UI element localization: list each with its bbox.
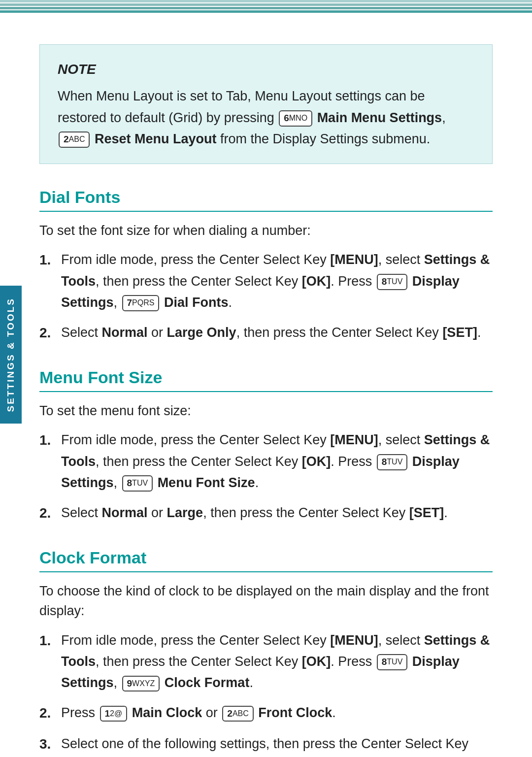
key-1-2at: 12@ bbox=[100, 706, 128, 722]
clock-format-intro: To choose the kind of clock to be displa… bbox=[39, 581, 493, 621]
top-decorative-lines bbox=[0, 0, 532, 18]
key-2abc: 2ABC bbox=[59, 132, 90, 148]
step-number: 2. bbox=[39, 502, 61, 525]
key-6mno: 6MNO bbox=[279, 110, 312, 127]
clock-format-step-1: 1. From idle mode, press the Center Sele… bbox=[39, 630, 493, 694]
step-number: 1. bbox=[39, 429, 61, 452]
clock-format-step-3: 3. Select one of the following settings,… bbox=[39, 733, 493, 757]
note-title: NOTE bbox=[58, 59, 474, 80]
step-number: 3. bbox=[39, 733, 61, 756]
menu-font-size-step-1: 1. From idle mode, press the Center Sele… bbox=[39, 429, 493, 494]
step-number: 1. bbox=[39, 630, 61, 652]
key-7pqrs: 7PQRS bbox=[122, 295, 160, 311]
note-box: NOTE When Menu Layout is set to Tab, Men… bbox=[39, 44, 493, 164]
step-number: 2. bbox=[39, 702, 61, 724]
clock-format-step-2: 2. Press 12@ Main Clock or 2ABC Front Cl… bbox=[39, 702, 493, 724]
step-content: Select Normal or Large, then press the C… bbox=[61, 502, 493, 524]
clock-format-steps: 1. From idle mode, press the Center Sele… bbox=[39, 630, 493, 757]
dial-fonts-heading: Dial Fonts bbox=[39, 188, 493, 212]
step-content: From idle mode, press the Center Select … bbox=[61, 630, 493, 694]
key-8tuv-1: 8TUV bbox=[377, 274, 408, 290]
step-content: From idle mode, press the Center Select … bbox=[61, 249, 493, 313]
dial-fonts-intro: To set the font size for when dialing a … bbox=[39, 221, 493, 241]
section-menu-font-size: Menu Font Size To set the menu font size… bbox=[39, 368, 493, 525]
step-content: Select one of the following settings, th… bbox=[61, 733, 493, 757]
note-text: When Menu Layout is set to Tab, Menu Lay… bbox=[58, 86, 474, 150]
clock-format-heading: Clock Format bbox=[39, 548, 493, 572]
dial-fonts-step-2: 2. Select Normal or Large Only, then pre… bbox=[39, 322, 493, 344]
sidebar-label: SETTINGS & TOOLS bbox=[5, 297, 16, 412]
section-clock-format: Clock Format To choose the kind of clock… bbox=[39, 548, 493, 757]
step-number: 1. bbox=[39, 249, 61, 271]
key-2abc-2: 2ABC bbox=[222, 706, 253, 722]
step-content: From idle mode, press the Center Select … bbox=[61, 429, 493, 494]
sidebar-tab: SETTINGS & TOOLS bbox=[0, 286, 22, 424]
menu-font-size-intro: To set the menu font size: bbox=[39, 401, 493, 421]
menu-font-size-step-2: 2. Select Normal or Large, then press th… bbox=[39, 502, 493, 525]
step-content: Press 12@ Main Clock or 2ABC Front Clock… bbox=[61, 702, 493, 724]
key-9wxyz: 9WXYZ bbox=[122, 676, 160, 692]
dial-fonts-step-1: 1. From idle mode, press the Center Sele… bbox=[39, 249, 493, 313]
menu-font-size-steps: 1. From idle mode, press the Center Sele… bbox=[39, 429, 493, 524]
dial-fonts-steps: 1. From idle mode, press the Center Sele… bbox=[39, 249, 493, 344]
key-8tuv-3: 8TUV bbox=[122, 475, 153, 492]
section-dial-fonts: Dial Fonts To set the font size for when… bbox=[39, 188, 493, 344]
step-content: Select Normal or Large Only, then press … bbox=[61, 322, 493, 343]
key-8tuv-2: 8TUV bbox=[377, 454, 408, 470]
key-8tuv-4: 8TUV bbox=[377, 654, 408, 670]
step-number: 2. bbox=[39, 322, 61, 344]
menu-font-size-heading: Menu Font Size bbox=[39, 368, 493, 392]
